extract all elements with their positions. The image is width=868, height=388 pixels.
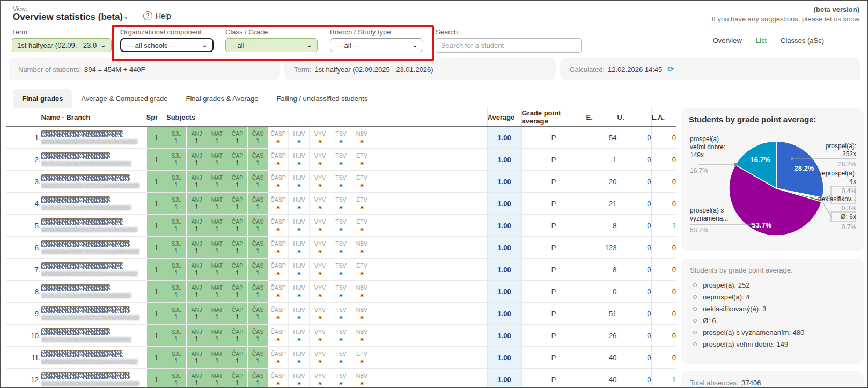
- spr-cell: 1: [146, 347, 166, 369]
- callout-label: 252x: [842, 150, 856, 158]
- subject-chip: ČAS1: [248, 127, 268, 148]
- table-row[interactable]: 12.1SJL1ANJ1MAT1ČAP1ČAS1ČASPaHUVaVYVaTSV…: [6, 369, 676, 387]
- spr-cell: 1: [146, 281, 166, 303]
- row-number: 12.: [6, 369, 41, 387]
- table-row[interactable]: 3.1SJL1ANJ1MAT1ČAP1ČAS1ČASPaHUVaVYVaTSVa…: [6, 171, 676, 193]
- spr-value: 1: [147, 281, 166, 302]
- callout-pct: 16.7%: [690, 167, 708, 175]
- subject-chip: ČASPa: [268, 215, 289, 236]
- tab-final-grades-average[interactable]: Final grades & Average: [177, 89, 268, 108]
- row-number: 7.: [6, 259, 41, 281]
- summary-list: prospel(a): 252neprospel(a): 4neklasifik…: [693, 280, 855, 350]
- tab-final-grades[interactable]: Final grades: [13, 89, 72, 108]
- view-link-list[interactable]: List: [756, 36, 767, 45]
- redacted-branch-line: [41, 183, 139, 188]
- table-row[interactable]: 8.1SJL1ANJ1MAT1ČAP1ČAS1ČASPaHUVaVYVaTSVa…: [6, 281, 676, 303]
- table-row[interactable]: 10.1SJL1ANJ1MAT1ČAP1ČAS1ČASPaHUVaVYVaTSV…: [6, 325, 676, 347]
- col-header-average: Average: [487, 108, 521, 126]
- col-header-index: [6, 108, 41, 126]
- org-component-select[interactable]: --- all schools --- ⌄: [120, 38, 214, 52]
- subject-chip: HUVa: [289, 149, 310, 170]
- average-cell: 1.00: [487, 193, 521, 215]
- table-row[interactable]: 9.1SJL1ANJ1MAT1ČAP1ČAS1ČASPaHUVaVYVaTSVa…: [6, 303, 676, 325]
- spr-value: 1: [147, 369, 166, 387]
- subject-chip: HUVa: [289, 237, 310, 258]
- table-row[interactable]: 5.1SJL1ANJ1MAT1ČAP1ČAS1ČASPaHUVaVYVaTSVa…: [6, 215, 676, 237]
- subjects-cell: SJL1ANJ1MAT1ČAP1ČAS1ČASPaHUVaVYVaTSVaETV…: [166, 215, 487, 237]
- subject-chips: SJL1ANJ1MAT1ČAP1ČAS1ČASPaHUVaVYVaTSVaETV…: [166, 215, 487, 236]
- subject-chip: NBVa: [352, 127, 372, 148]
- term-box: Term: 1st halfyear (02.09.2025 - 23.01.2…: [284, 58, 556, 80]
- callout-pct: 0.3%: [842, 204, 856, 213]
- tab-failing-unclassified-students[interactable]: Failing / unclassified students: [267, 89, 377, 108]
- subject-chip: ČAP1: [227, 127, 247, 148]
- callout-label: prospel(a):: [826, 142, 856, 150]
- subject-chip: TSVa: [331, 193, 351, 214]
- subject-chip: VYVa: [310, 347, 330, 368]
- e-cell: 1: [586, 149, 617, 171]
- subject-chip: ANJ1: [187, 259, 207, 280]
- gpa-cell: P: [521, 193, 586, 215]
- spr-cell: 1: [146, 237, 166, 259]
- subject-chip: TSVa: [331, 369, 351, 387]
- view-link-overview[interactable]: Overview: [713, 36, 742, 45]
- overview-statistics-page: View: Overview statistics (beta) ▾ ? Hel…: [0, 0, 868, 388]
- class-grade-select[interactable]: -- all -- ⌄: [225, 38, 318, 52]
- view-link-classes[interactable]: Classes (aSc): [781, 36, 824, 45]
- redacted-name-line: [41, 218, 123, 225]
- gpa-cell: P: [521, 281, 586, 303]
- redacted-branch-line: [41, 249, 139, 254]
- subject-chip: MAT1: [207, 303, 227, 324]
- subject-chip: ČAP1: [227, 369, 247, 387]
- subject-chip: ČAP1: [227, 193, 247, 214]
- e-cell: 54: [586, 126, 617, 149]
- pie-label-teal: 16.7%: [751, 156, 770, 164]
- redacted-branch-line: [41, 205, 131, 210]
- title-dropdown-caret-icon[interactable]: ▾: [124, 14, 128, 21]
- branch-study-type-label: Branch / Study type:: [330, 28, 423, 36]
- class-grade-select-value: -- all --: [231, 41, 251, 49]
- bullet-icon: [693, 331, 697, 334]
- la-cell: 0: [651, 303, 676, 325]
- gpa-cell: P: [521, 259, 586, 281]
- subject-chip: ČAP1: [227, 237, 247, 258]
- u-cell: 0: [617, 347, 651, 369]
- branch-study-type-select[interactable]: --- all --- ⌄: [330, 38, 423, 52]
- table-row[interactable]: 4.1SJL1ANJ1MAT1ČAP1ČAS1ČASPaHUVaVYVaTSVa…: [6, 193, 676, 215]
- subject-chip: TSVa: [331, 171, 351, 192]
- subject-chip: ČAP1: [227, 171, 247, 192]
- spr-value: 1: [147, 127, 166, 148]
- table-row[interactable]: 11.1SJL1ANJ1MAT1ČAP1ČAS1ČASPaHUVaVYVaTSV…: [6, 347, 676, 369]
- refresh-icon[interactable]: ⟳: [667, 64, 674, 74]
- gpa-cell: P: [521, 369, 586, 387]
- summary-item: prospel(a): 252: [693, 280, 855, 291]
- term-select[interactable]: 1st halfyear (02.09. - 23.0 ⌄: [12, 38, 112, 52]
- subject-chip: HUVa: [289, 347, 310, 368]
- table-row[interactable]: 7.1SJL1ANJ1MAT1ČAP1ČAS1ČASPaHUVaVYVaTSVa…: [6, 259, 676, 281]
- subject-chip: ČASPa: [268, 281, 289, 302]
- spr-value: 1: [147, 215, 166, 236]
- subject-chip: ANJ1: [187, 237, 207, 258]
- u-cell: 0: [617, 259, 651, 281]
- row-number: 4.: [6, 193, 41, 215]
- redacted-branch-line: [41, 359, 138, 364]
- subject-chip: TSVa: [331, 325, 351, 346]
- help-button[interactable]: ? Help: [143, 11, 171, 20]
- student-name-redacted: [41, 237, 146, 259]
- search-input[interactable]: [436, 38, 582, 53]
- e-cell: 21: [586, 193, 617, 215]
- subject-chip: SJL1: [166, 259, 186, 280]
- subject-chip: MAT1: [207, 347, 227, 368]
- subject-chip: TSVa: [331, 127, 351, 148]
- tab-bar: Final gradesAverage & Computed gradeFina…: [13, 88, 377, 108]
- gpa-cell: P: [521, 303, 586, 325]
- beta-version-note: (beta version): [814, 5, 859, 13]
- col-header-e: E.: [586, 108, 617, 126]
- subjects-cell: SJL1ANJ1MAT1ČAP1ČAS1ČASPaHUVaVYVaTSVaNBV…: [166, 369, 487, 387]
- callout-pct: 0.7%: [842, 223, 856, 231]
- table-row[interactable]: 6.1SJL1ANJ1MAT1ČAP1ČAS1ČASPaHUVaVYVaTSVa…: [6, 237, 676, 259]
- e-cell: 26: [586, 325, 617, 347]
- table-row[interactable]: 2.1SJL1ANJ1MAT1ČAP1ČAS1ČASPaHUVaVYVaTSVa…: [6, 149, 676, 171]
- table-row[interactable]: 1.1SJL1ANJ1MAT1ČAP1ČAS1ČASPaHUVaVYVaTSVa…: [6, 126, 676, 149]
- tab-average-computed-grade[interactable]: Average & Computed grade: [72, 89, 177, 108]
